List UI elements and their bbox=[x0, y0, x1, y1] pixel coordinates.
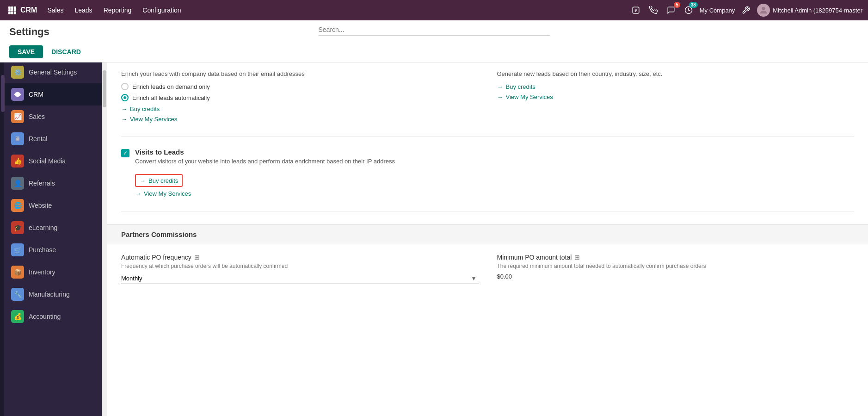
visits-checkbox[interactable]: ✓ bbox=[121, 149, 129, 157]
svg-point-11 bbox=[762, 7, 765, 10]
radio-on-demand[interactable]: Enrich leads on demand only bbox=[121, 83, 479, 90]
partners-title: Partners Commissions bbox=[121, 230, 197, 238]
auto-po-desc: Frequency at which purchase orders will … bbox=[121, 263, 479, 269]
sidebar-label-elearning: eLearning bbox=[29, 224, 57, 231]
radio-on-demand-circle[interactable] bbox=[121, 83, 129, 90]
phone-icon[interactable] bbox=[647, 4, 660, 17]
settings-header: Settings SAVE DISCARD bbox=[0, 20, 868, 62]
sidebar-label-rental: Rental bbox=[29, 135, 47, 143]
sidebar-item-sales[interactable]: 📈 Sales bbox=[4, 106, 102, 128]
activity-badge: 38 bbox=[689, 2, 698, 8]
view-services-label-visits: View My Services bbox=[144, 190, 191, 197]
view-services-link-left[interactable]: → View My Services bbox=[121, 116, 177, 123]
inventory-icon: 📦 bbox=[11, 266, 24, 279]
sidebar-item-referrals[interactable]: 👤 Referrals bbox=[4, 172, 102, 194]
nav-sales[interactable]: Sales bbox=[43, 5, 68, 16]
nav-configuration[interactable]: Configuration bbox=[138, 5, 185, 16]
auto-po-label: Automatic PO frequency ⊞ bbox=[121, 254, 479, 261]
visits-title: Visits to Leads bbox=[135, 148, 395, 156]
general-settings-icon: ⚙️ bbox=[11, 66, 24, 79]
min-po-label: Minimum PO amount total ⊞ bbox=[497, 254, 855, 261]
sidebar-item-rental[interactable]: 🖥 Rental bbox=[4, 128, 102, 150]
avatar bbox=[757, 4, 770, 17]
sales-icon: 📈 bbox=[11, 110, 24, 123]
sidebar-item-elearning[interactable]: 🎓 eLearning bbox=[4, 217, 102, 239]
sidebar-label-social-media: Social Media bbox=[29, 157, 66, 165]
lead-enrichment-right-desc: Generate new leads based on their countr… bbox=[497, 70, 855, 77]
lead-enrichment-left-desc: Enrich your leads with company data base… bbox=[121, 70, 479, 77]
sidebar-item-purchase[interactable]: 🛒 Purchase bbox=[4, 239, 102, 261]
arrow-icon-4: → bbox=[497, 93, 503, 100]
auto-po-select[interactable]: Monthly Daily Weekly Quarterly bbox=[121, 273, 479, 284]
scroll-thumb[interactable] bbox=[103, 70, 106, 107]
topnav-right-section: 5 38 My Company Mitchell Admin (18259754… bbox=[629, 4, 862, 17]
arrow-icon-3: → bbox=[497, 83, 503, 90]
content-area: Enrich your leads with company data base… bbox=[102, 61, 868, 416]
sidebar-item-website[interactable]: 🌐 Website bbox=[4, 194, 102, 217]
user-name: Mitchell Admin (18259754-master bbox=[773, 7, 862, 14]
activity-icon[interactable]: 38 bbox=[682, 4, 695, 17]
app-name[interactable]: CRM bbox=[20, 6, 37, 14]
nav-leads[interactable]: Leads bbox=[70, 5, 97, 16]
radio-automatically-circle[interactable] bbox=[121, 94, 129, 101]
grid-icon-po: ⊞ bbox=[194, 254, 200, 261]
radio-on-demand-label: Enrich leads on demand only bbox=[132, 83, 210, 90]
sidebar-label-crm: CRM bbox=[29, 91, 43, 98]
sidebar-item-accounting[interactable]: 💰 Accounting bbox=[4, 305, 102, 328]
arrow-icon-2: → bbox=[121, 116, 127, 123]
sidebar-label-sales: Sales bbox=[29, 113, 45, 120]
sidebar-label-referrals: Referrals bbox=[29, 180, 55, 187]
sidebar-item-manufacturing[interactable]: 🔧 Manufacturing bbox=[4, 283, 102, 305]
manufacturing-icon: 🔧 bbox=[11, 288, 24, 301]
svg-rect-7 bbox=[11, 12, 13, 14]
buy-credits-link-left[interactable]: → Buy credits bbox=[121, 106, 160, 112]
sidebar-item-social-media[interactable]: 👍 Social Media bbox=[4, 150, 102, 172]
buy-credits-link-visits[interactable]: → Buy credits bbox=[140, 177, 178, 184]
sidebar-item-crm[interactable]: CRM bbox=[4, 83, 102, 106]
grid-icon-min-po: ⊞ bbox=[574, 254, 580, 261]
save-button[interactable]: SAVE bbox=[9, 45, 43, 58]
sidebar-label-inventory: Inventory bbox=[29, 268, 55, 276]
bug-icon[interactable] bbox=[629, 4, 642, 17]
referrals-icon: 👤 bbox=[11, 177, 24, 190]
svg-rect-4 bbox=[11, 9, 13, 12]
user-profile[interactable]: Mitchell Admin (18259754-master bbox=[757, 4, 862, 17]
visits-header: ✓ Visits to Leads Convert visitors of yo… bbox=[121, 148, 854, 170]
buy-credits-link-right[interactable]: → Buy credits bbox=[497, 83, 536, 90]
company-name[interactable]: My Company bbox=[700, 7, 735, 14]
arrow-icon-6: → bbox=[135, 190, 141, 197]
svg-rect-3 bbox=[8, 9, 11, 12]
buy-credits-highlight: → Buy credits bbox=[135, 174, 183, 187]
svg-rect-8 bbox=[14, 12, 16, 14]
auto-po-select-wrapper[interactable]: Monthly Daily Weekly Quarterly ▼ bbox=[121, 273, 479, 284]
top-navigation: CRM Sales Leads Reporting Configuration … bbox=[0, 0, 868, 20]
grid-menu-icon[interactable] bbox=[6, 4, 18, 17]
search-input[interactable] bbox=[319, 26, 550, 33]
nav-reporting[interactable]: Reporting bbox=[99, 5, 136, 16]
svg-rect-5 bbox=[14, 9, 16, 12]
view-services-label-right: View My Services bbox=[506, 93, 553, 100]
main-layout: ⚙️ General Settings CRM 📈 Sales 🖥 Rental… bbox=[0, 61, 868, 416]
partners-section-header: Partners Commissions bbox=[107, 224, 868, 244]
discard-button[interactable]: DISCARD bbox=[47, 45, 86, 58]
view-services-link-visits[interactable]: → View My Services bbox=[135, 190, 191, 197]
svg-rect-2 bbox=[14, 6, 16, 9]
accounting-icon: 💰 bbox=[11, 310, 24, 323]
scroll-track[interactable] bbox=[102, 61, 107, 416]
sidebar-label-website: Website bbox=[29, 202, 52, 209]
search-bar[interactable] bbox=[319, 26, 550, 36]
sidebar-item-inventory[interactable]: 📦 Inventory bbox=[4, 261, 102, 283]
view-services-link-right[interactable]: → View My Services bbox=[497, 93, 553, 100]
arrow-icon-5: → bbox=[140, 177, 146, 184]
visits-to-leads-section: ✓ Visits to Leads Convert visitors of yo… bbox=[121, 148, 854, 211]
radio-automatically[interactable]: Enrich all leads automatically bbox=[121, 94, 479, 101]
chat-icon[interactable]: 5 bbox=[665, 4, 677, 17]
sidebar: ⚙️ General Settings CRM 📈 Sales 🖥 Rental… bbox=[0, 61, 102, 416]
buy-credits-label-left: Buy credits bbox=[130, 106, 160, 112]
buy-credits-label-right: Buy credits bbox=[506, 83, 536, 90]
lead-enrichment-section: Enrich your leads with company data base… bbox=[121, 70, 854, 137]
wrench-icon[interactable] bbox=[739, 4, 752, 17]
sidebar-item-general-settings[interactable]: ⚙️ General Settings bbox=[4, 61, 102, 83]
visits-title-block: Visits to Leads Convert visitors of your… bbox=[135, 148, 395, 170]
min-po-col: Minimum PO amount total ⊞ The required m… bbox=[497, 254, 855, 284]
